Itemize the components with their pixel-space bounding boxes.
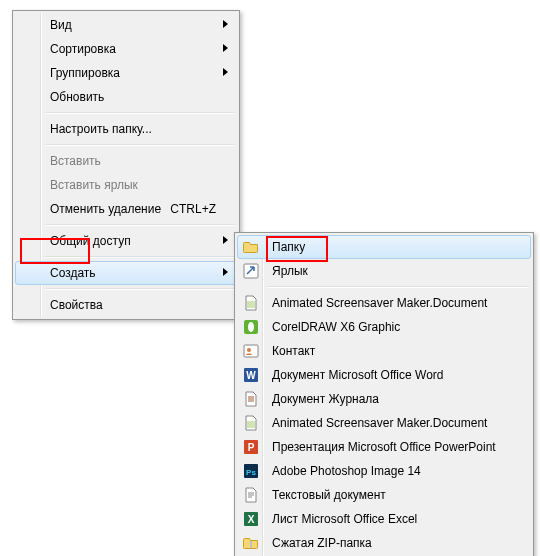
folder-icon: [243, 239, 259, 255]
menu-item-group[interactable]: Группировка: [15, 61, 237, 85]
menu-item-label: Вид: [50, 18, 72, 32]
menu-item-label: Папку: [272, 240, 305, 254]
context-menu-main: Вид Сортировка Группировка Обновить Наст…: [12, 10, 240, 320]
submenu-item-contact[interactable]: Контакт: [237, 339, 531, 363]
menu-item-share[interactable]: Общий доступ: [15, 229, 237, 253]
menu-item-label: Группировка: [50, 66, 120, 80]
journal-icon: [243, 391, 259, 407]
shortcut-icon: [243, 263, 259, 279]
submenu-item-asm-document[interactable]: Animated Screensaver Maker.Document: [237, 291, 531, 315]
menu-separator: [45, 288, 235, 290]
submenu-arrow-icon: [223, 44, 228, 52]
menu-item-label: Контакт: [272, 344, 315, 358]
submenu-item-asm-document-2[interactable]: Animated Screensaver Maker.Document: [237, 411, 531, 435]
submenu-item-excel[interactable]: X Лист Microsoft Office Excel: [237, 507, 531, 531]
menu-item-refresh[interactable]: Обновить: [15, 85, 237, 109]
excel-icon: X: [243, 511, 259, 527]
menu-item-label: Вставить ярлык: [50, 178, 138, 192]
submenu-item-photoshop[interactable]: Ps Adobe Photoshop Image 14: [237, 459, 531, 483]
submenu-item-text[interactable]: Текстовый документ: [237, 483, 531, 507]
menu-item-paste-shortcut: Вставить ярлык: [15, 173, 237, 197]
menu-item-label: Сортировка: [50, 42, 116, 56]
svg-point-4: [247, 348, 251, 352]
photoshop-icon: Ps: [243, 463, 259, 479]
menu-item-label: Animated Screensaver Maker.Document: [272, 296, 487, 310]
menu-item-label: Adobe Photoshop Image 14: [272, 464, 421, 478]
menu-separator: [45, 224, 235, 226]
menu-item-label: Документ Журнала: [272, 392, 379, 406]
submenu-item-journal[interactable]: Документ Журнала: [237, 387, 531, 411]
text-file-icon: [243, 487, 259, 503]
svg-text:X: X: [248, 514, 255, 525]
menu-item-label: Настроить папку...: [50, 122, 152, 136]
menu-item-label: Общий доступ: [50, 234, 131, 248]
submenu-arrow-icon: [223, 68, 228, 76]
menu-separator: [267, 286, 529, 288]
zip-folder-icon: [243, 535, 259, 551]
menu-item-label: Свойства: [50, 298, 103, 312]
submenu-arrow-icon: [223, 236, 228, 244]
menu-item-create[interactable]: Создать: [15, 261, 237, 285]
menu-item-label: Создать: [50, 266, 96, 280]
context-menu-create-submenu: Папку Ярлык Animated Screensaver Maker.D…: [234, 232, 534, 556]
menu-item-sort[interactable]: Сортировка: [15, 37, 237, 61]
document-icon: [243, 295, 259, 311]
menu-item-label: Презентация Microsoft Office PowerPoint: [272, 440, 496, 454]
submenu-item-powerpoint[interactable]: P Презентация Microsoft Office PowerPoin…: [237, 435, 531, 459]
svg-text:P: P: [248, 442, 255, 453]
submenu-item-zip[interactable]: Сжатая ZIP-папка: [237, 531, 531, 555]
menu-item-paste: Вставить: [15, 149, 237, 173]
menu-item-label: Документ Microsoft Office Word: [272, 368, 444, 382]
menu-item-label: Ярлык: [272, 264, 308, 278]
menu-separator: [45, 112, 235, 114]
powerpoint-icon: P: [243, 439, 259, 455]
svg-point-2: [248, 322, 254, 332]
svg-text:Ps: Ps: [246, 468, 256, 477]
document-icon: [243, 415, 259, 431]
svg-rect-13: [250, 541, 252, 548]
menu-item-shortcut: CTRL+Z: [170, 198, 216, 220]
menu-item-view[interactable]: Вид: [15, 13, 237, 37]
submenu-arrow-icon: [223, 20, 228, 28]
menu-item-label: Animated Screensaver Maker.Document: [272, 416, 487, 430]
submenu-item-word[interactable]: W Документ Microsoft Office Word: [237, 363, 531, 387]
menu-item-label: Текстовый документ: [272, 488, 386, 502]
menu-item-label: Вставить: [50, 154, 101, 168]
svg-rect-3: [244, 345, 258, 357]
submenu-arrow-icon: [223, 268, 228, 276]
submenu-item-shortcut[interactable]: Ярлык: [237, 259, 531, 283]
word-icon: W: [243, 367, 259, 383]
menu-item-label: Отменить удаление: [50, 202, 161, 216]
menu-item-undo-delete[interactable]: Отменить удаление CTRL+Z: [15, 197, 237, 221]
menu-item-label: CorelDRAW X6 Graphic: [272, 320, 400, 334]
menu-separator: [45, 144, 235, 146]
coreldraw-icon: [243, 319, 259, 335]
menu-item-label: Сжатая ZIP-папка: [272, 536, 372, 550]
submenu-item-coreldraw[interactable]: CorelDRAW X6 Graphic: [237, 315, 531, 339]
menu-item-customize-folder[interactable]: Настроить папку...: [15, 117, 237, 141]
menu-item-label: Лист Microsoft Office Excel: [272, 512, 417, 526]
contact-icon: [243, 343, 259, 359]
menu-separator: [45, 256, 235, 258]
submenu-item-folder[interactable]: Папку: [237, 235, 531, 259]
menu-item-properties[interactable]: Свойства: [15, 293, 237, 317]
menu-item-label: Обновить: [50, 90, 104, 104]
svg-text:W: W: [246, 370, 256, 381]
